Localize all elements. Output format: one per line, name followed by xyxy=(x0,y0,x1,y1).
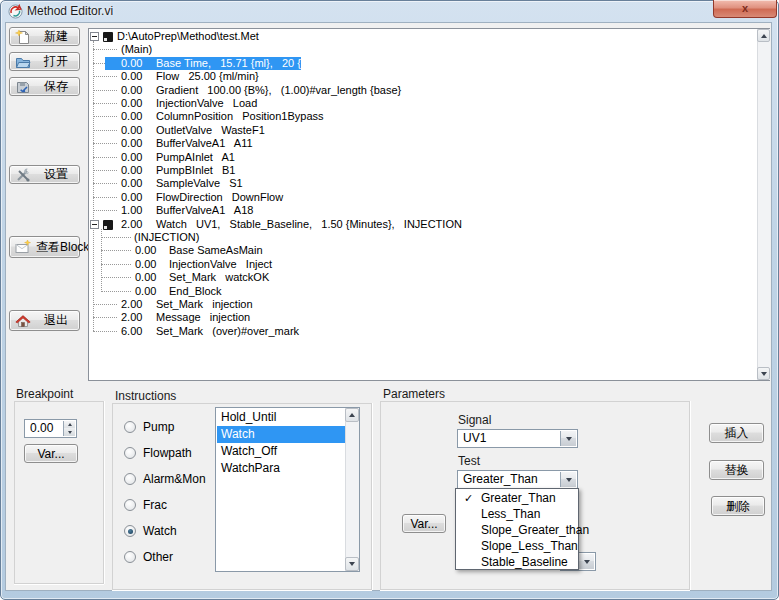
tree-row[interactable]: 0.00Set_Mark watckOK xyxy=(89,271,769,284)
menu-item[interactable]: Less_Than xyxy=(457,506,577,522)
tree-row[interactable]: 0.00PumpAInlet A1 xyxy=(89,151,769,164)
signal-dropdown-button[interactable] xyxy=(560,431,576,446)
tree-scroll-up-button[interactable] xyxy=(757,29,770,42)
tree-row[interactable]: 2.00Watch UV1, Stable_Baseline, 1.50 {Mi… xyxy=(89,218,769,231)
tree-scrollbar[interactable] xyxy=(757,29,770,380)
method-node-icon xyxy=(103,220,113,230)
radio-icon xyxy=(124,499,136,511)
tree-row[interactable]: 0.00Base Time, 15.71 {ml}, 20 {cm} xyxy=(89,57,769,70)
tree-connector xyxy=(93,331,117,332)
hidden-combo-dropdown-button[interactable] xyxy=(578,554,594,569)
tree-row-time: 0.00 xyxy=(121,164,142,177)
radio-label: Other xyxy=(143,550,173,564)
tree-row[interactable]: 0.00Gradient 100.00 {B%}, (1.00)#var_len… xyxy=(89,84,769,97)
listbox-scrollbar[interactable] xyxy=(345,408,359,571)
tree-row-time: 0.00 xyxy=(121,124,142,137)
list-item[interactable]: Hold_Until xyxy=(217,409,345,426)
close-button[interactable]: x xyxy=(713,0,777,18)
radio-other[interactable]: Other xyxy=(124,550,173,564)
list-item[interactable]: Watch xyxy=(217,426,345,443)
tree-row[interactable]: D:\AutoPrep\Method\test.Met xyxy=(89,30,769,43)
tree-connector xyxy=(93,197,117,198)
tree-connector xyxy=(93,103,117,104)
listbox-scroll-down-button[interactable] xyxy=(345,557,359,571)
tree-row-time: 2.00 xyxy=(121,311,142,324)
test-value: Greater_Than xyxy=(463,471,559,488)
sidebar-button-settings[interactable]: 设置 xyxy=(9,165,80,184)
tree-row-time: 2.00 xyxy=(121,218,142,231)
tree-row[interactable]: (INJECTION) xyxy=(89,231,769,244)
collapse-toggle-icon[interactable] xyxy=(90,220,99,229)
menu-item[interactable]: Slope_Less_Than xyxy=(457,538,577,554)
tree-row-text: SampleValve S1 xyxy=(156,177,243,190)
radio-pump[interactable]: Pump xyxy=(124,420,174,434)
sidebar-button-label: 退出 xyxy=(36,312,79,329)
tree-connector xyxy=(93,304,117,305)
signal-value: UV1 xyxy=(463,430,559,447)
sidebar-button-label: 打开 xyxy=(36,53,79,70)
menu-item[interactable]: Slope_Greater_than xyxy=(457,522,577,538)
tree-row[interactable]: 0.00InjectionValve Load xyxy=(89,97,769,110)
tree-scroll-down-button[interactable] xyxy=(757,367,770,380)
method-tree[interactable]: D:\AutoPrep\Method\test.Met(Main)0.00Bas… xyxy=(88,28,770,381)
tree-row[interactable]: 2.00Set_Mark injection xyxy=(89,298,769,311)
test-dropdown-button[interactable] xyxy=(560,472,576,487)
collapse-toggle-icon[interactable] xyxy=(90,32,99,41)
replace-button[interactable]: 替换 xyxy=(709,460,764,480)
menu-item-label: Stable_Baseline xyxy=(481,554,568,570)
tree-connector xyxy=(93,116,117,117)
radio-flowpath[interactable]: Flowpath xyxy=(124,446,192,460)
open-folder-icon xyxy=(15,54,31,70)
tree-row[interactable]: 0.00BufferValveA1 A11 xyxy=(89,137,769,150)
exit-home-icon xyxy=(15,313,31,329)
insert-button[interactable]: 插入 xyxy=(709,423,764,443)
sidebar-button-open[interactable]: 打开 xyxy=(9,52,80,71)
tree-row[interactable]: (Main) xyxy=(89,43,769,56)
tree-row[interactable]: 0.00Base SameAsMain xyxy=(89,244,769,257)
list-item[interactable]: Watch_Off xyxy=(217,443,345,460)
tree-row-time: 0.00 xyxy=(121,151,142,164)
tree-row-text: Base SameAsMain xyxy=(169,244,263,257)
sidebar-button-new[interactable]: 新建 xyxy=(9,27,80,46)
radio-alarm-mon[interactable]: Alarm&Mon xyxy=(124,472,206,486)
menu-item[interactable]: Stable_Baseline xyxy=(457,554,577,570)
list-item[interactable]: WatchPara xyxy=(217,460,345,477)
tree-row[interactable]: 6.00Set_Mark (over)#over_mark xyxy=(89,325,769,338)
tree-row[interactable]: 0.00PumpBInlet B1 xyxy=(89,164,769,177)
listbox-scroll-up-button[interactable] xyxy=(345,408,359,422)
title-bar[interactable]: Method Editor.vi x xyxy=(0,0,779,22)
tree-connector xyxy=(101,291,131,292)
signal-combobox[interactable]: UV1 xyxy=(457,429,578,448)
tree-row[interactable]: 2.00Message injection xyxy=(89,311,769,324)
tree-row[interactable]: 1.00BufferValveA1 A18 xyxy=(89,204,769,217)
tree-connector xyxy=(93,317,117,318)
breakpoint-var-button[interactable]: Var... xyxy=(24,444,78,463)
sidebar-button-exit[interactable]: 退出 xyxy=(9,310,80,331)
instruction-listbox[interactable]: Hold_UntilWatchWatch_OffWatchPara xyxy=(215,407,360,572)
breakpoint-spinbox[interactable]: 0.00 xyxy=(24,419,77,438)
parameters-var-button[interactable]: Var... xyxy=(402,514,446,533)
sidebar-button-save[interactable]: 保存 xyxy=(9,77,80,96)
tree-row[interactable]: 0.00InjectionValve Inject xyxy=(89,258,769,271)
delete-button[interactable]: 删除 xyxy=(711,496,765,516)
tree-row-text: FlowDirection DownFlow xyxy=(156,191,283,204)
tree-row[interactable]: 0.00OutletValve WasteF1 xyxy=(89,124,769,137)
tree-row[interactable]: 0.00ColumnPosition Position1Bypass xyxy=(89,110,769,123)
test-combobox[interactable]: Greater_Than xyxy=(457,470,578,489)
chevron-down-icon xyxy=(566,478,572,482)
tree-row[interactable]: 0.00SampleValve S1 xyxy=(89,177,769,190)
tree-row-time: 0.00 xyxy=(121,191,142,204)
sidebar-button-view-block[interactable]: 查看Block xyxy=(9,236,80,258)
parameters-section-label: Parameters xyxy=(383,387,445,401)
radio-label: Alarm&Mon xyxy=(143,472,206,486)
tree-row[interactable]: 0.00Flow 25.00 {ml/min} xyxy=(89,70,769,83)
tree-connector xyxy=(101,264,131,265)
menu-item[interactable]: ✓Greater_Than xyxy=(457,490,577,506)
breakpoint-spin-down-button[interactable] xyxy=(63,428,75,436)
radio-watch[interactable]: Watch xyxy=(124,524,177,538)
tree-row[interactable]: 0.00End_Block xyxy=(89,285,769,298)
radio-icon xyxy=(124,551,136,563)
tree-row[interactable]: 0.00FlowDirection DownFlow xyxy=(89,191,769,204)
radio-frac[interactable]: Frac xyxy=(124,498,167,512)
sidebar-button-label: 设置 xyxy=(36,166,79,183)
